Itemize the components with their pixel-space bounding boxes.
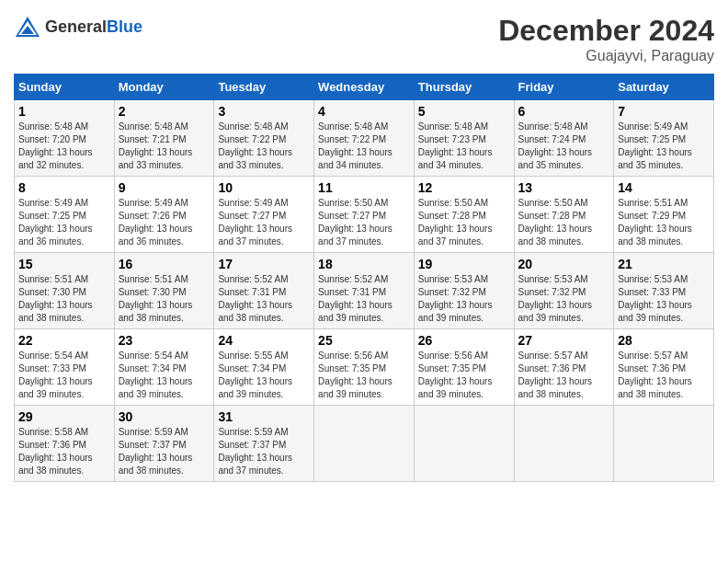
calendar-cell: 30 Sunrise: 5:59 AM Sunset: 7:37 PM Dayl… — [114, 406, 214, 482]
day-number: 14 — [618, 180, 710, 195]
day-number: 23 — [119, 333, 210, 348]
logo-general-text: General — [45, 17, 107, 36]
day-number: 10 — [218, 180, 310, 195]
calendar-cell — [414, 406, 514, 482]
day-info: Sunrise: 5:48 AM Sunset: 7:20 PM Dayligh… — [18, 121, 110, 172]
header-row: Sunday Monday Tuesday Wednesday Thursday… — [15, 75, 714, 100]
day-info: Sunrise: 5:52 AM Sunset: 7:31 PM Dayligh… — [318, 273, 410, 325]
day-number: 27 — [518, 333, 610, 348]
day-number: 25 — [318, 333, 410, 348]
day-number: 20 — [518, 257, 610, 271]
calendar-cell: 14 Sunrise: 5:51 AM Sunset: 7:29 PM Dayl… — [614, 177, 714, 253]
calendar-cell: 2 Sunrise: 5:48 AM Sunset: 7:21 PM Dayli… — [114, 100, 214, 177]
day-info: Sunrise: 5:55 AM Sunset: 7:34 PM Dayligh… — [218, 350, 310, 401]
calendar-cell: 21 Sunrise: 5:53 AM Sunset: 7:33 PM Dayl… — [614, 253, 714, 329]
day-info: Sunrise: 5:56 AM Sunset: 7:35 PM Dayligh… — [318, 350, 410, 401]
calendar-row-1: 1 Sunrise: 5:48 AM Sunset: 7:20 PM Dayli… — [15, 100, 714, 177]
calendar-cell: 1 Sunrise: 5:48 AM Sunset: 7:20 PM Dayli… — [15, 100, 115, 177]
calendar-cell: 17 Sunrise: 5:52 AM Sunset: 7:31 PM Dayl… — [214, 253, 314, 329]
day-info: Sunrise: 5:51 AM Sunset: 7:30 PM Dayligh… — [119, 273, 210, 325]
calendar-cell: 16 Sunrise: 5:51 AM Sunset: 7:30 PM Dayl… — [114, 253, 214, 329]
day-info: Sunrise: 5:48 AM Sunset: 7:22 PM Dayligh… — [218, 121, 310, 172]
day-info: Sunrise: 5:54 AM Sunset: 7:34 PM Dayligh… — [119, 350, 210, 401]
calendar-body: 1 Sunrise: 5:48 AM Sunset: 7:20 PM Dayli… — [15, 100, 714, 482]
calendar-cell: 9 Sunrise: 5:49 AM Sunset: 7:26 PM Dayli… — [114, 177, 214, 253]
calendar-cell: 8 Sunrise: 5:49 AM Sunset: 7:25 PM Dayli… — [15, 177, 115, 253]
day-info: Sunrise: 5:52 AM Sunset: 7:31 PM Dayligh… — [218, 273, 310, 325]
location: Guajayvi, Paraguay — [498, 48, 714, 64]
day-number: 18 — [318, 257, 410, 271]
calendar-cell: 4 Sunrise: 5:48 AM Sunset: 7:22 PM Dayli… — [314, 100, 415, 177]
day-number: 15 — [18, 257, 110, 271]
header: GeneralBlue December 2024 Guajayvi, Para… — [14, 14, 714, 64]
calendar-cell: 13 Sunrise: 5:50 AM Sunset: 7:28 PM Dayl… — [514, 177, 614, 253]
calendar-cell — [514, 406, 614, 482]
day-number: 24 — [218, 333, 310, 348]
day-info: Sunrise: 5:50 AM Sunset: 7:28 PM Dayligh… — [518, 197, 610, 248]
month-year: December 2024 — [498, 14, 714, 48]
logo-blue-text: Blue — [107, 17, 142, 36]
calendar-cell: 26 Sunrise: 5:56 AM Sunset: 7:35 PM Dayl… — [414, 329, 514, 406]
header-monday: Monday — [114, 75, 214, 100]
header-saturday: Saturday — [614, 75, 714, 100]
day-number: 17 — [218, 257, 310, 271]
calendar-cell: 19 Sunrise: 5:53 AM Sunset: 7:32 PM Dayl… — [414, 253, 514, 329]
day-info: Sunrise: 5:49 AM Sunset: 7:27 PM Dayligh… — [218, 197, 310, 248]
calendar-table: Sunday Monday Tuesday Wednesday Thursday… — [14, 74, 714, 482]
day-number: 31 — [218, 409, 310, 424]
calendar-cell: 6 Sunrise: 5:48 AM Sunset: 7:24 PM Dayli… — [514, 100, 614, 177]
day-number: 13 — [518, 180, 610, 195]
calendar-row-2: 8 Sunrise: 5:49 AM Sunset: 7:25 PM Dayli… — [15, 177, 714, 253]
calendar-cell: 12 Sunrise: 5:50 AM Sunset: 7:28 PM Dayl… — [414, 177, 514, 253]
day-number: 16 — [119, 257, 210, 271]
calendar-cell: 25 Sunrise: 5:56 AM Sunset: 7:35 PM Dayl… — [314, 329, 415, 406]
day-info: Sunrise: 5:49 AM Sunset: 7:25 PM Dayligh… — [18, 197, 110, 248]
day-info: Sunrise: 5:53 AM Sunset: 7:32 PM Dayligh… — [418, 273, 510, 325]
day-number: 11 — [318, 180, 410, 195]
calendar-cell — [314, 406, 415, 482]
calendar-cell: 3 Sunrise: 5:48 AM Sunset: 7:22 PM Dayli… — [214, 100, 314, 177]
day-info: Sunrise: 5:56 AM Sunset: 7:35 PM Dayligh… — [418, 350, 510, 401]
day-number: 19 — [418, 257, 510, 271]
header-sunday: Sunday — [15, 75, 115, 100]
day-number: 4 — [318, 104, 410, 119]
day-number: 28 — [618, 333, 710, 348]
day-info: Sunrise: 5:53 AM Sunset: 7:33 PM Dayligh… — [618, 273, 710, 325]
day-number: 29 — [18, 409, 110, 424]
calendar-cell: 28 Sunrise: 5:57 AM Sunset: 7:36 PM Dayl… — [614, 329, 714, 406]
day-info: Sunrise: 5:57 AM Sunset: 7:36 PM Dayligh… — [518, 350, 610, 401]
calendar-row-4: 22 Sunrise: 5:54 AM Sunset: 7:33 PM Dayl… — [15, 329, 714, 406]
day-info: Sunrise: 5:48 AM Sunset: 7:24 PM Dayligh… — [518, 121, 610, 172]
day-number: 2 — [119, 104, 210, 119]
calendar-cell — [614, 406, 714, 482]
calendar-cell: 11 Sunrise: 5:50 AM Sunset: 7:27 PM Dayl… — [314, 177, 415, 253]
logo-icon — [14, 14, 41, 41]
calendar-cell: 31 Sunrise: 5:59 AM Sunset: 7:37 PM Dayl… — [214, 406, 314, 482]
day-info: Sunrise: 5:49 AM Sunset: 7:26 PM Dayligh… — [119, 197, 210, 248]
day-number: 12 — [418, 180, 510, 195]
day-number: 6 — [518, 104, 610, 119]
header-friday: Friday — [514, 75, 614, 100]
day-info: Sunrise: 5:51 AM Sunset: 7:29 PM Dayligh… — [618, 197, 710, 248]
day-info: Sunrise: 5:59 AM Sunset: 7:37 PM Dayligh… — [218, 426, 310, 477]
day-number: 5 — [418, 104, 510, 119]
day-number: 3 — [218, 104, 310, 119]
day-info: Sunrise: 5:50 AM Sunset: 7:28 PM Dayligh… — [418, 197, 510, 248]
day-info: Sunrise: 5:49 AM Sunset: 7:25 PM Dayligh… — [618, 121, 710, 172]
day-info: Sunrise: 5:48 AM Sunset: 7:23 PM Dayligh… — [418, 121, 510, 172]
day-info: Sunrise: 5:53 AM Sunset: 7:32 PM Dayligh… — [518, 273, 610, 325]
day-info: Sunrise: 5:59 AM Sunset: 7:37 PM Dayligh… — [119, 426, 210, 477]
calendar-cell: 18 Sunrise: 5:52 AM Sunset: 7:31 PM Dayl… — [314, 253, 415, 329]
day-info: Sunrise: 5:51 AM Sunset: 7:30 PM Dayligh… — [18, 273, 110, 325]
day-number: 21 — [618, 257, 710, 271]
calendar-cell: 20 Sunrise: 5:53 AM Sunset: 7:32 PM Dayl… — [514, 253, 614, 329]
day-info: Sunrise: 5:48 AM Sunset: 7:22 PM Dayligh… — [318, 121, 410, 172]
day-info: Sunrise: 5:57 AM Sunset: 7:36 PM Dayligh… — [618, 350, 710, 401]
day-number: 26 — [418, 333, 510, 348]
day-info: Sunrise: 5:58 AM Sunset: 7:36 PM Dayligh… — [18, 426, 110, 477]
calendar-cell: 27 Sunrise: 5:57 AM Sunset: 7:36 PM Dayl… — [514, 329, 614, 406]
calendar-cell: 24 Sunrise: 5:55 AM Sunset: 7:34 PM Dayl… — [214, 329, 314, 406]
day-number: 8 — [18, 180, 110, 195]
day-number: 30 — [119, 409, 210, 424]
calendar-cell: 10 Sunrise: 5:49 AM Sunset: 7:27 PM Dayl… — [214, 177, 314, 253]
